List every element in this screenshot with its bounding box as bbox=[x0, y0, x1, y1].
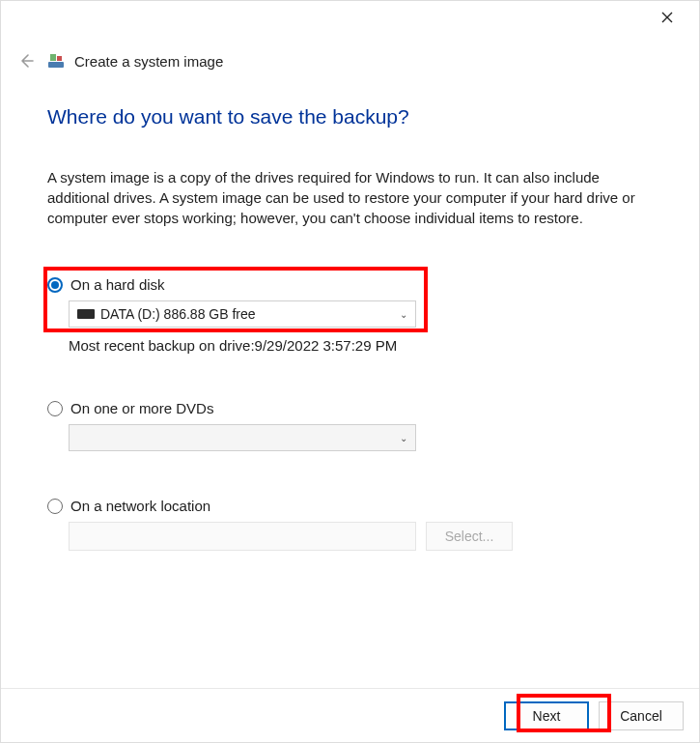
radio-label-hard-disk: On a hard disk bbox=[70, 276, 165, 293]
network-path-input bbox=[69, 522, 416, 551]
dvd-select: ⌄ bbox=[69, 424, 416, 451]
window-title: Create a system image bbox=[74, 53, 223, 70]
svg-rect-2 bbox=[57, 56, 62, 61]
close-icon bbox=[661, 12, 673, 23]
radio-icon bbox=[47, 401, 63, 416]
footer: Next Cancel bbox=[1, 688, 699, 742]
backup-status: Most recent backup on drive:9/29/2022 3:… bbox=[69, 337, 653, 354]
page-heading: Where do you want to save the backup? bbox=[47, 105, 653, 129]
radio-dvd[interactable]: On one or more DVDs bbox=[47, 400, 653, 416]
svg-rect-1 bbox=[50, 54, 56, 61]
svg-rect-0 bbox=[48, 62, 64, 68]
radio-network[interactable]: On a network location bbox=[47, 498, 653, 514]
drive-select-value: DATA (D:) 886.88 GB free bbox=[100, 306, 256, 322]
option-dvd: On one or more DVDs ⌄ bbox=[47, 400, 653, 451]
radio-icon bbox=[47, 277, 63, 293]
radio-label-network: On a network location bbox=[70, 498, 210, 514]
option-hard-disk: On a hard disk DATA (D:) 886.88 GB free … bbox=[47, 276, 653, 354]
chevron-down-icon: ⌄ bbox=[400, 309, 407, 320]
drive-icon bbox=[77, 309, 95, 319]
select-network-button: Select... bbox=[426, 522, 513, 551]
back-arrow-icon bbox=[17, 52, 35, 70]
back-button[interactable] bbox=[14, 49, 38, 72]
chevron-down-icon: ⌄ bbox=[400, 433, 407, 443]
system-image-icon bbox=[47, 52, 65, 70]
radio-icon bbox=[47, 499, 63, 514]
page-description: A system image is a copy of the drives r… bbox=[47, 167, 653, 228]
header: Create a system image bbox=[14, 49, 223, 72]
radio-hard-disk[interactable]: On a hard disk bbox=[47, 276, 653, 293]
close-button[interactable] bbox=[653, 4, 682, 33]
radio-label-dvd: On one or more DVDs bbox=[70, 400, 213, 416]
backup-status-prefix: Most recent backup on drive: bbox=[69, 337, 255, 354]
drive-select[interactable]: DATA (D:) 886.88 GB free ⌄ bbox=[69, 300, 416, 328]
option-network: On a network location Select... bbox=[47, 498, 653, 551]
next-button[interactable]: Next bbox=[504, 701, 589, 730]
backup-status-time: 9/29/2022 3:57:29 PM bbox=[255, 337, 398, 354]
cancel-button[interactable]: Cancel bbox=[599, 701, 684, 730]
